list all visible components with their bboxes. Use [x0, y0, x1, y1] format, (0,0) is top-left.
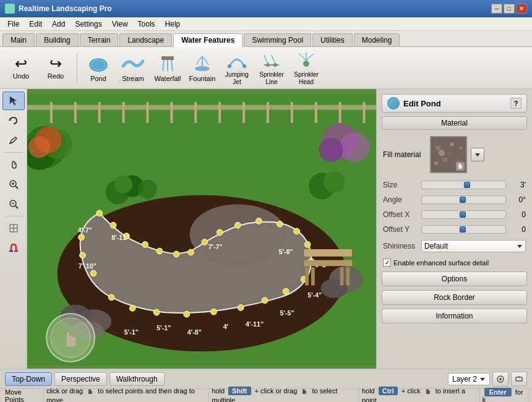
- tab-building[interactable]: Building: [36, 33, 79, 46]
- sprinkler-head-button[interactable]: SprinklerHead: [290, 50, 322, 86]
- material-preview[interactable]: [430, 136, 467, 173]
- pond-button[interactable]: Pond: [82, 50, 114, 86]
- svg-rect-121: [516, 377, 522, 381]
- offset-y-slider[interactable]: [421, 225, 506, 234]
- angle-label: Angle: [383, 195, 419, 204]
- tab-swimming-pool[interactable]: Swimming Pool: [244, 33, 311, 46]
- svg-rect-103: [304, 249, 352, 257]
- svg-point-57: [190, 204, 286, 264]
- svg-point-68: [262, 297, 268, 304]
- svg-point-59: [79, 234, 85, 241]
- enhanced-surface-checkbox[interactable]: ✓: [383, 259, 391, 267]
- waterfall-button[interactable]: Waterfall: [152, 50, 184, 86]
- perspective-button[interactable]: Perspective: [54, 372, 107, 386]
- undo-icon: ↩: [15, 56, 27, 71]
- tab-water-features[interactable]: Water Features: [173, 33, 242, 47]
- select-tool[interactable]: [2, 92, 25, 110]
- layer-select[interactable]: Layer 2: [448, 373, 490, 385]
- offset-x-thumb[interactable]: [460, 212, 466, 218]
- menu-view[interactable]: View: [107, 19, 133, 30]
- rock-border-button[interactable]: Rock Border: [382, 290, 527, 305]
- layer-label: Layer 2: [452, 375, 477, 383]
- tab-modeling[interactable]: Modeling: [354, 33, 400, 46]
- redo-button[interactable]: ↪ Redo: [40, 50, 72, 86]
- maximize-button[interactable]: □: [504, 4, 515, 14]
- layer-icon-btn-1[interactable]: [492, 372, 508, 387]
- grid-tool[interactable]: [2, 219, 25, 237]
- svg-point-77: [217, 229, 223, 236]
- right-panel: Edit Pond ? Material Fill material Size: [376, 89, 532, 369]
- menu-file[interactable]: File: [2, 19, 24, 30]
- fountain-icon: [191, 54, 213, 74]
- jumping-jet-button[interactable]: JumpingJet: [221, 50, 253, 86]
- tab-landscape[interactable]: Landscape: [119, 33, 172, 46]
- shininess-select[interactable]: Default: [421, 240, 526, 252]
- svg-point-76: [234, 222, 241, 228]
- undo-tool[interactable]: [2, 111, 25, 130]
- magnet-tool[interactable]: [2, 239, 25, 257]
- main-content: 4'-7" 8'-11" 7'-10" 5'-8" 5'-1" 5'-1" 4'…: [0, 89, 532, 369]
- offset-x-slider[interactable]: [421, 210, 506, 219]
- close-button[interactable]: ✕: [516, 4, 527, 14]
- stream-button[interactable]: Stream: [117, 50, 149, 86]
- undo-label: Undo: [13, 72, 29, 80]
- size-row: Size 3': [382, 179, 527, 190]
- tab-utilities[interactable]: Utilities: [312, 33, 353, 46]
- hand-tool[interactable]: [2, 155, 25, 174]
- svg-line-3: [163, 60, 164, 71]
- zoom-area-tool[interactable]: [2, 195, 25, 213]
- tab-terrain[interactable]: Terrain: [80, 33, 119, 46]
- undo-button[interactable]: ↩ Undo: [5, 50, 37, 86]
- waterfall-icon: [157, 54, 179, 74]
- pen-tool[interactable]: [2, 131, 25, 150]
- svg-line-15: [10, 142, 11, 143]
- material-dropdown[interactable]: [471, 148, 484, 161]
- options-button[interactable]: Options: [382, 272, 527, 286]
- top-down-button[interactable]: Top-Down: [5, 372, 52, 386]
- panel-title-text: Edit Pond: [403, 99, 441, 108]
- menu-add[interactable]: Add: [47, 19, 70, 30]
- size-slider[interactable]: [421, 181, 506, 189]
- fill-material-label: Fill material: [383, 150, 426, 159]
- information-button[interactable]: Information: [382, 309, 527, 323]
- sprinkler-line-label: SprinklerLine: [259, 71, 283, 86]
- minimize-button[interactable]: ─: [491, 4, 502, 14]
- svg-rect-33: [27, 105, 376, 110]
- sprinkler-line-button[interactable]: SprinklerLine: [255, 50, 288, 86]
- left-panel: [0, 89, 27, 369]
- size-slider-thumb[interactable]: [464, 182, 470, 188]
- menu-settings[interactable]: Settings: [70, 19, 106, 30]
- angle-slider[interactable]: [421, 195, 506, 204]
- offset-x-label: Offset X: [383, 210, 419, 219]
- svg-point-8: [228, 64, 231, 68]
- walkthrough-button[interactable]: Walkthrough: [109, 372, 165, 386]
- app-title: Realtime Landscaping Pro: [19, 4, 112, 13]
- titlebar: Realtime Landscaping Pro ─ □ ✕: [0, 0, 532, 17]
- svg-text:4'-8": 4'-8": [187, 328, 202, 336]
- menu-tools[interactable]: Tools: [133, 19, 160, 30]
- svg-point-67: [238, 305, 244, 311]
- shift-key: Shift: [228, 387, 251, 395]
- tab-main[interactable]: Main: [2, 33, 35, 46]
- status-enter-section: Enter for k: [480, 388, 530, 403]
- menubar: File Edit Add Settings View Tools Help: [0, 17, 532, 31]
- angle-slider-thumb[interactable]: [460, 197, 466, 203]
- svg-point-7: [195, 66, 210, 71]
- zoom-tool[interactable]: [2, 175, 25, 194]
- help-button[interactable]: ?: [510, 98, 521, 109]
- fill-material-row: Fill material: [382, 134, 527, 176]
- layer-icon-btn-2[interactable]: [511, 372, 527, 387]
- menu-edit[interactable]: Edit: [24, 19, 47, 30]
- svg-text:5'-5": 5'-5": [280, 309, 294, 317]
- svg-text:5'-8": 5'-8": [279, 248, 293, 255]
- menu-help[interactable]: Help: [160, 19, 186, 30]
- offset-x-row: Offset X 0: [382, 209, 527, 220]
- svg-rect-106: [346, 267, 350, 285]
- pond-icon: [87, 54, 109, 74]
- svg-text:5'-4": 5'-4": [307, 291, 322, 299]
- fountain-button[interactable]: Fountain: [186, 50, 218, 86]
- canvas-area[interactable]: 4'-7" 8'-11" 7'-10" 5'-8" 5'-1" 5'-1" 4'…: [27, 89, 376, 369]
- svg-point-52: [28, 136, 50, 158]
- svg-line-17: [15, 186, 18, 189]
- offset-y-thumb[interactable]: [460, 226, 466, 233]
